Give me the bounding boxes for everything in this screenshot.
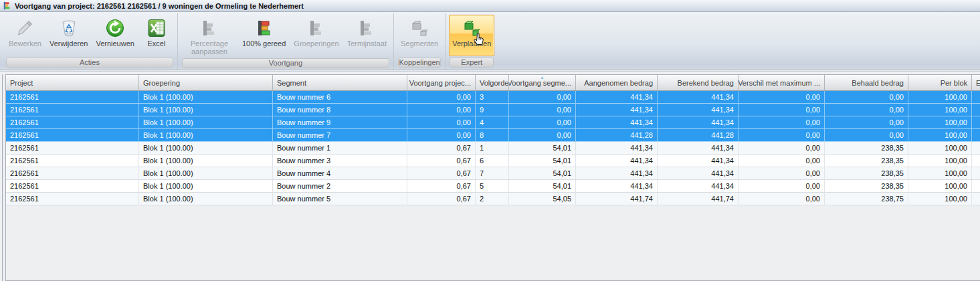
cell-e <box>972 180 980 193</box>
toolbar-group-acties: BewerkenVerwijderenVernieuwenExcelActies <box>3 13 176 70</box>
button-label: Verplaatsen <box>452 39 491 48</box>
cell-voortgang-segme: 0,00 <box>509 116 576 129</box>
button-100-gereed[interactable]: 100% gereed <box>239 15 289 57</box>
cell-voortgang-segme: 54,01 <box>509 142 576 155</box>
button-label: Excel <box>147 39 165 48</box>
column-header-aangenomen-bedrag[interactable]: Aangenomen bedrag <box>576 75 658 90</box>
table-row[interactable]: 2162561Blok 1 (100.00)Bouw nummer 20,675… <box>6 180 980 193</box>
table-row[interactable]: 2162561Blok 1 (100.00)Bouw nummer 40,677… <box>6 167 980 180</box>
cell-verschil-met-maximum: 0,00 <box>739 116 825 129</box>
cell-per-blok: 100,00 <box>908 180 972 193</box>
cell-verschil-met-maximum: 0,00 <box>739 91 825 104</box>
button-verplaatsen[interactable]: Verplaatsen <box>449 15 494 56</box>
column-header-label: Groepering <box>143 79 180 87</box>
cell-e <box>972 91 980 104</box>
button-label: Vernieuwen <box>96 39 134 48</box>
button-label: Groeperingen <box>294 39 338 48</box>
cell-project: 2162561 <box>6 116 139 129</box>
cell-project: 2162561 <box>6 155 139 167</box>
column-header-berekend-bedrag[interactable]: Berekend bedrag <box>658 75 739 90</box>
trash-icon <box>59 18 79 38</box>
column-header-behaald-bedrag[interactable]: Behaald bedrag <box>825 75 908 90</box>
cell-volgorde: 3 <box>476 91 509 104</box>
cell-behaald-bedrag: 238,35 <box>825 180 908 193</box>
cell-berekend-bedrag: 441,34 <box>658 155 739 167</box>
cell-segment: Bouw nummer 5 <box>273 193 407 205</box>
cell-per-blok: 100,00 <box>908 91 972 104</box>
cell-aangenomen-bedrag: 441,34 <box>576 155 658 167</box>
button-percentage-aanpassen: Percentage aanpassen <box>181 15 237 57</box>
toolbar-ribbon: BewerkenVerwijderenVernieuwenExcelActies… <box>0 12 980 70</box>
button-excel[interactable]: Excel <box>139 15 174 56</box>
cell-aangenomen-bedrag: 441,34 <box>576 116 658 129</box>
cell-volgorde: 5 <box>476 180 509 193</box>
column-header-label: E <box>976 79 980 87</box>
column-header-volgorde[interactable]: Volgorde <box>476 75 509 90</box>
cell-voortgang-segme: 54,01 <box>509 167 576 180</box>
table-row[interactable]: 2162561Blok 1 (100.00)Bouw nummer 50,672… <box>6 193 980 205</box>
column-header-label: Project <box>10 79 33 87</box>
cell-voortgang-projec: 0,67 <box>407 155 476 167</box>
button-label: Verwijderen <box>50 39 88 48</box>
cell-verschil-met-maximum: 0,00 <box>739 155 825 167</box>
button-label: Termijnstaat <box>347 39 387 48</box>
column-header-e[interactable]: E <box>972 75 980 90</box>
column-header-voortgang-segme[interactable]: Voortgang segme...▲ <box>509 75 576 90</box>
column-header-label: Aangenomen bedrag <box>584 79 653 87</box>
table-row[interactable]: 2162561Blok 1 (100.00)Bouw nummer 30,676… <box>6 155 980 167</box>
excel-icon <box>146 18 167 38</box>
sort-ascending-icon: ▲ <box>540 75 545 80</box>
cell-aangenomen-bedrag: 441,34 <box>576 180 658 193</box>
toolbar-group-voortgang: Percentage aanpassen100% gereedGroeperin… <box>177 13 392 70</box>
cell-berekend-bedrag: 441,34 <box>658 104 739 116</box>
column-header-verschil-met-maximum[interactable]: Verschil met maximum ... <box>739 75 825 90</box>
cell-segment: Bouw nummer 8 <box>273 104 407 116</box>
cell-volgorde: 9 <box>476 104 509 116</box>
cell-groepering: Blok 1 (100.00) <box>139 116 273 129</box>
table-row[interactable]: 2162561Blok 1 (100.00)Bouw nummer 70,008… <box>6 129 980 142</box>
refresh-icon <box>105 18 125 38</box>
cell-verschil-met-maximum: 0,00 <box>739 142 825 155</box>
cell-groepering: Blok 1 (100.00) <box>139 167 273 180</box>
table-row[interactable]: 2162561Blok 1 (100.00)Bouw nummer 90,004… <box>6 116 980 129</box>
button-vernieuwen[interactable]: Vernieuwen <box>92 15 138 56</box>
cell-project: 2162561 <box>6 129 139 142</box>
button-segmenten: Segmenten <box>397 15 442 56</box>
content-panel: ProjectGroeperingSegmentVoortgang projec… <box>0 71 980 281</box>
table-row[interactable]: 2162561Blok 1 (100.00)Bouw nummer 80,009… <box>6 104 980 116</box>
column-header-project[interactable]: Project <box>6 75 139 90</box>
button-bewerken: Bewerken <box>5 15 45 56</box>
cell-voortgang-projec: 0,67 <box>407 193 476 205</box>
cell-voortgang-segme: 0,00 <box>509 104 576 116</box>
cell-groepering: Blok 1 (100.00) <box>139 142 273 155</box>
column-header-segment[interactable]: Segment <box>273 75 407 90</box>
boxes-green-icon <box>462 18 482 38</box>
table-row[interactable]: 2162561Blok 1 (100.00)Bouw nummer 60,003… <box>6 91 980 104</box>
cell-behaald-bedrag: 238,35 <box>825 142 908 155</box>
button-groeperingen: Groeperingen <box>290 15 342 57</box>
button-label: Segmenten <box>401 39 438 48</box>
cell-voortgang-projec: 0,00 <box>407 116 476 129</box>
button-termijnstaat: Termijnstaat <box>344 15 390 57</box>
cell-voortgang-projec: 0,00 <box>407 104 476 116</box>
cell-volgorde: 7 <box>476 167 509 180</box>
column-header-per-blok[interactable]: Per blok <box>908 75 972 90</box>
cell-behaald-bedrag: 0,00 <box>825 116 908 129</box>
group-caption-expert: Expert <box>450 58 494 68</box>
cell-segment: Bouw nummer 2 <box>273 180 407 193</box>
group-caption-koppelingen: Koppelingen <box>398 58 441 68</box>
pencil-icon <box>15 18 35 38</box>
cell-behaald-bedrag: 0,00 <box>825 91 908 104</box>
column-header-voortgang-projec[interactable]: Voortgang projec... <box>407 75 476 90</box>
column-header-groepering[interactable]: Groepering <box>139 75 273 90</box>
button-verwijderen[interactable]: Verwijderen <box>46 15 91 56</box>
cell-per-blok: 100,00 <box>908 167 972 180</box>
cell-segment: Bouw nummer 6 <box>273 91 407 104</box>
cell-groepering: Blok 1 (100.00) <box>139 193 273 205</box>
cell-project: 2162561 <box>6 180 139 193</box>
cell-e <box>972 142 980 155</box>
cell-voortgang-segme: 0,00 <box>509 91 576 104</box>
table-row[interactable]: 2162561Blok 1 (100.00)Bouw nummer 10,671… <box>6 142 980 155</box>
cell-e <box>972 116 980 129</box>
cell-behaald-bedrag: 238,75 <box>825 193 908 205</box>
